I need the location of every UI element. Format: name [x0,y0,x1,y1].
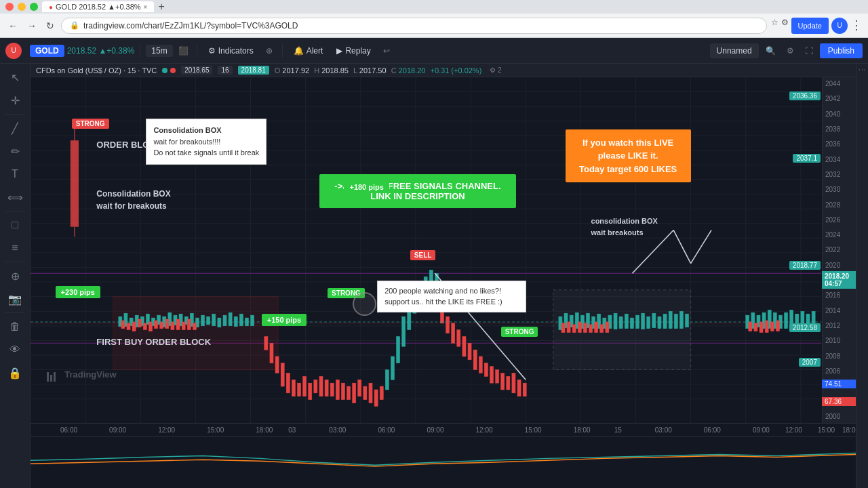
brush-tool[interactable]: ✏ [4,140,26,162]
pips-180-label: +180 pips [344,181,389,193]
svg-rect-99 [353,383,356,403]
address-bar[interactable]: 🔒 tradingview.com/chart/EzZJm1KL/?symbol… [61,18,767,34]
replay-button[interactable]: ▶ Replay [331,43,376,58]
right-sidebar: ⋮ [856,64,868,488]
eye-tool[interactable]: 👁 [4,339,26,361]
alert-button[interactable]: 🔔 Alert [288,43,329,58]
time-0300-2: 03:00 [329,426,346,434]
bookmark-icon[interactable]: ☆ [771,18,778,34]
delete-tool[interactable]: 🗑 [4,316,26,338]
price-2024: 2024 [825,231,853,239]
main-layout: ↖ ✛ ╱ ✏ T ⟺ □ ≡ ⊕ 📷 🗑 👁 🔒 CFDs on Gold (… [0,64,868,488]
extensions-icon[interactable]: ⚙ [781,18,789,34]
svg-rect-157 [572,325,576,333]
time-axis: 06:00 09:00 12:00 15:00 18:00 03 03:00 0… [31,423,856,436]
menu-icon[interactable]: ⋮ [850,18,863,34]
price-2012: 2012 [825,322,853,329]
text-tool[interactable]: T [4,163,26,185]
timeframe-selector[interactable]: 15m [146,45,172,57]
svg-rect-141 [614,313,617,329]
svg-rect-117 [452,323,455,343]
svg-rect-73 [143,323,146,330]
fibonacci-tool[interactable]: ≡ [4,237,26,259]
back-button[interactable]: ← [5,18,20,34]
svg-rect-156 [567,322,570,333]
svg-rect-81 [187,319,191,330]
right-tool-1[interactable]: ⋮ [859,66,866,73]
profile-icon[interactable]: U [831,18,848,34]
svg-rect-89 [297,383,300,396]
cursor-tool[interactable]: ↖ [4,66,26,88]
sep-1 [140,44,140,58]
price-2036: 2036 [825,140,853,148]
svg-rect-128 [512,373,515,392]
time-03: 03 [288,426,296,434]
svg-rect-90 [303,376,307,396]
indicators-button[interactable]: ⚙ Indicators [203,43,259,58]
num-badge: 16 [218,66,232,75]
compare-icon[interactable]: ⊕ [262,45,277,57]
refresh-button[interactable]: ↻ [43,18,57,34]
trend-line-tool[interactable]: ╱ [4,117,26,139]
forward-button[interactable]: → [24,18,39,34]
svg-rect-72 [138,319,141,327]
svg-rect-181 [770,322,774,331]
svg-rect-188 [47,372,49,382]
tab-close-icon[interactable]: × [144,3,148,11]
svg-rect-124 [490,367,493,384]
chart-background: 2044 2042 2040 2038 2036 2034 2032 2030 … [31,77,856,423]
svg-rect-148 [652,313,656,328]
shapes-tool[interactable]: □ [4,214,26,236]
symbol-badge[interactable]: GOLD [30,45,64,57]
time-0600: 06:00 [60,426,77,434]
svg-rect-66 [239,314,243,326]
favicon: ● [49,3,53,11]
chart-canvas: 2044 2042 2040 2038 2036 2034 2032 2030 … [31,77,856,423]
camera-tool[interactable]: 📷 [4,288,26,310]
svg-rect-61 [212,314,216,326]
measure-tool[interactable]: ⟺ [4,186,26,208]
time-1200-2: 12:00 [476,426,493,434]
sep3 [5,262,25,262]
time-1500-3: 15:00 [818,426,835,434]
settings-icon[interactable]: ⚙ [783,45,798,57]
svg-rect-119 [462,337,466,357]
new-tab-btn[interactable]: + [158,1,164,13]
fullscreen-icon[interactable]: ⛶ [801,45,817,57]
svg-rect-87 [286,373,290,392]
update-button[interactable]: Update [791,18,829,34]
time-0900-3: 09:00 [753,426,770,434]
svg-line-184 [673,230,690,264]
magnify-tool[interactable]: ⊕ [4,265,26,287]
time-1800-2: 18:00 [574,426,591,434]
svg-rect-91 [309,383,312,400]
pips-150-label: +150 pips [262,314,307,326]
search-icon[interactable]: 🔍 [762,45,780,57]
undo-icon[interactable]: ↩ [379,45,394,57]
svg-rect-163 [606,322,609,333]
browser-tab[interactable]: ● GOLD 2018.52 ▲+0.38% × [42,1,154,12]
svg-rect-62 [218,318,221,327]
svg-rect-127 [507,376,510,390]
svg-rect-161 [595,322,598,333]
user-avatar[interactable]: U [5,43,22,59]
chart-settings-icon[interactable]: ⚙ 2 [490,66,501,74]
crosshair-tool[interactable]: ✛ [4,89,26,111]
publish-button[interactable]: Publish [820,43,863,58]
svg-rect-64 [229,312,232,326]
unnamed-button[interactable]: Unnamed [710,43,759,58]
current-price-label: 2018.20 04:57 [822,271,856,289]
sep-2 [197,44,197,58]
svg-rect-105 [385,370,389,390]
svg-rect-106 [391,357,394,380]
svg-rect-154 [685,314,688,327]
sep [5,114,25,115]
svg-rect-116 [446,317,450,333]
tv-toolbar: U GOLD 2018.52 ▲+0.38% 15m ⬛ ⚙ Indicator… [0,38,868,64]
lock-tool[interactable]: 🔒 [4,362,26,384]
svg-rect-130 [523,383,526,396]
bar-type-icon[interactable]: ⬛ [176,45,191,57]
svg-rect-101 [363,386,367,400]
svg-rect-39 [71,140,79,227]
svg-rect-178 [754,323,757,331]
